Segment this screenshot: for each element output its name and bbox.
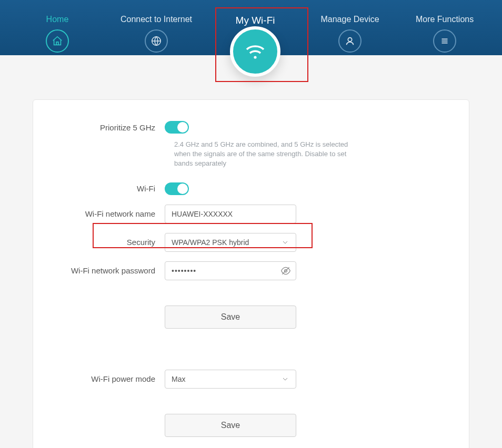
svg-point-2: [348, 38, 352, 42]
nav-home[interactable]: Home: [26, 15, 89, 53]
wifi-name-value: HUAWEI-XXXXXX: [172, 210, 233, 218]
nav-wifi-label: My Wi-Fi: [236, 15, 275, 26]
nav-manage-label: Manage Device: [320, 15, 379, 24]
security-select[interactable]: WPA/WPA2 PSK hybrid: [165, 233, 296, 252]
nav-more-label: More Functions: [416, 15, 474, 24]
prioritize-label: Prioritize 5 GHz: [54, 123, 165, 132]
save-button-label: Save: [221, 312, 240, 322]
home-icon: [46, 29, 69, 53]
wifi-icon: [230, 26, 280, 77]
nav-home-label: Home: [46, 15, 69, 24]
prioritize-toggle[interactable]: [165, 121, 189, 134]
wifi-enable-label: Wi-Fi: [54, 184, 165, 193]
menu-icon: [433, 29, 456, 53]
top-nav: Home Connect to Internet My Wi-Fi Manage…: [0, 0, 502, 55]
save-power-button[interactable]: Save: [165, 414, 296, 437]
eye-toggle-icon[interactable]: [280, 266, 291, 276]
nav-wifi[interactable]: My Wi-Fi: [224, 15, 287, 80]
power-mode-value: Max: [172, 375, 185, 383]
svg-point-1: [254, 56, 256, 58]
chevron-down-icon: [281, 238, 289, 247]
wifi-name-input[interactable]: HUAWEI-XXXXXX: [165, 205, 296, 223]
chevron-down-icon: [281, 375, 289, 383]
save-power-button-label: Save: [221, 421, 240, 430]
user-icon: [338, 29, 362, 53]
password-label: Wi-Fi network password: [54, 266, 165, 275]
wifi-name-label: Wi-Fi network name: [54, 209, 165, 218]
wifi-enable-toggle[interactable]: [165, 182, 189, 195]
settings-card: Prioritize 5 GHz 2.4 GHz and 5 GHz are c…: [33, 99, 469, 448]
power-mode-select[interactable]: Max: [165, 370, 296, 389]
prioritize-help-text: 2.4 GHz and 5 GHz are combined, and 5 GH…: [174, 140, 364, 169]
globe-icon: [145, 29, 168, 53]
security-label: Security: [54, 238, 165, 247]
nav-more[interactable]: More Functions: [413, 15, 476, 53]
security-value: WPA/WPA2 PSK hybrid: [172, 238, 249, 247]
nav-connect[interactable]: Connect to Internet: [121, 15, 192, 53]
nav-connect-label: Connect to Internet: [121, 15, 192, 24]
power-mode-label: Wi-Fi power mode: [54, 374, 165, 383]
password-value: ••••••••: [172, 267, 196, 275]
nav-manage[interactable]: Manage Device: [318, 15, 381, 53]
save-button[interactable]: Save: [165, 306, 296, 329]
password-input[interactable]: ••••••••: [165, 261, 296, 280]
